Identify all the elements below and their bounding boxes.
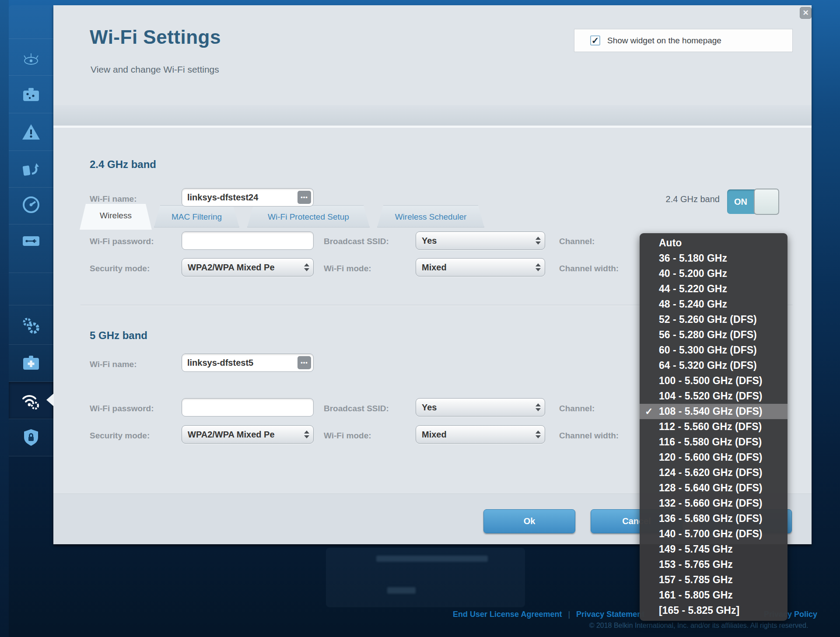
sidebar-separator xyxy=(9,38,53,39)
security-mode-select-5[interactable]: WPA2/WPA Mixed Pe xyxy=(182,425,314,444)
stepper-arrows-icon xyxy=(536,430,541,438)
channel-option[interactable]: 128 - 5.640 GHz (DFS) xyxy=(640,480,788,496)
broadcast-ssid-select-24[interactable]: Yes xyxy=(416,231,545,250)
channel-option[interactable]: 136 - 5.680 GHz (DFS) xyxy=(640,511,788,526)
sidebar-item-troubleshooting[interactable] xyxy=(9,345,53,382)
connectivity-gears-icon xyxy=(20,315,42,337)
wifi-mode-label-5: Wi-Fi mode: xyxy=(324,431,371,441)
tab-wi-fi-protected-setup[interactable]: Wi-Fi Protected Setup xyxy=(247,205,370,228)
channel-option[interactable]: 116 - 5.580 GHz (DFS) xyxy=(640,434,788,450)
show-widget-checkbox[interactable]: ✓ xyxy=(590,35,600,46)
broadcast-ssid-select-5[interactable]: Yes xyxy=(416,398,545,416)
media-prioritization-icon xyxy=(20,158,42,181)
tab-bar: WirelessMAC FilteringWi-Fi Protected Set… xyxy=(53,105,812,128)
sidebar-separator xyxy=(9,273,53,273)
eula-link[interactable]: End User License Agreement xyxy=(453,610,562,619)
channel-option[interactable]: 161 - 5.805 GHz xyxy=(640,588,788,603)
channel-option[interactable]: 60 - 5.300 GHz (DFS) xyxy=(640,343,788,358)
security-mode-select-24[interactable]: WPA2/WPA Mixed Pe xyxy=(182,258,314,276)
broadcast-ssid-value-5: Yes xyxy=(422,399,531,416)
security-mode-value-24: WPA2/WPA Mixed Pe xyxy=(188,259,299,276)
channel-option[interactable]: [165 - 5.825 GHz] xyxy=(640,603,788,618)
broadcast-ssid-label-5: Broadcast SSID: xyxy=(324,404,389,413)
channel-option[interactable]: 36 - 5.180 GHz xyxy=(640,251,788,266)
sidebar-item-devices[interactable] xyxy=(9,77,53,113)
wifi-name-field-24[interactable]: ••• xyxy=(182,188,314,206)
channel-option[interactable]: Auto xyxy=(640,235,788,251)
page-subtitle: View and change Wi-Fi settings xyxy=(91,64,219,75)
wifi-name-field-5[interactable]: ••• xyxy=(182,354,314,372)
band-toggle-24[interactable]: ON xyxy=(727,189,778,214)
channel-option[interactable]: 44 - 5.220 GHz xyxy=(640,281,788,297)
wifi-mode-value-5: Mixed xyxy=(422,426,531,443)
channel-option[interactable]: 153 - 5.765 GHz xyxy=(640,557,788,572)
channel-option[interactable]: 140 - 5.700 GHz (DFS) xyxy=(640,526,788,542)
channel-option[interactable]: 64 - 5.320 GHz (DFS) xyxy=(640,358,788,373)
channel-width-label-5: Channel width: xyxy=(559,431,619,441)
stepper-arrows-icon xyxy=(536,403,541,411)
wifi-mode-value-24: Mixed xyxy=(422,259,531,276)
show-widget-option[interactable]: ✓ Show widget on the homepage xyxy=(574,29,793,52)
tab-wireless-scheduler[interactable]: Wireless Scheduler xyxy=(377,205,484,228)
privacy-statement-link[interactable]: Privacy Statement xyxy=(576,610,644,619)
left-edge-strip xyxy=(0,0,9,637)
stepper-arrows-icon xyxy=(304,430,309,438)
wifi-name-label-24: Wi-Fi name: xyxy=(90,194,137,204)
toggle-knob[interactable] xyxy=(754,189,779,215)
sidebar-item-media-prioritization[interactable] xyxy=(9,151,53,188)
section-title-24ghz: 2.4 GHz band xyxy=(90,158,156,171)
active-item-pointer xyxy=(46,393,54,406)
sidebar-item-network-map[interactable] xyxy=(9,39,53,76)
wifi-password-field-5[interactable] xyxy=(182,398,314,416)
parental-controls-icon xyxy=(20,121,42,144)
wifi-password-input-5[interactable] xyxy=(182,399,313,416)
wifi-mode-select-5[interactable]: Mixed xyxy=(416,425,545,444)
ellipsis-button-icon[interactable]: ••• xyxy=(298,191,311,204)
wifi-password-label-24: Wi-Fi password: xyxy=(90,237,154,246)
channel-option[interactable]: 56 - 5.280 GHz (DFS) xyxy=(640,327,788,343)
tab-mac-filtering[interactable]: MAC Filtering xyxy=(154,205,239,228)
channel-option[interactable]: 104 - 5.520 GHz (DFS) xyxy=(640,388,788,404)
channel-option[interactable]: 120 - 5.600 GHz (DFS) xyxy=(640,450,788,465)
tab-wireless[interactable]: Wireless xyxy=(80,204,152,230)
sidebar-item-parental-controls[interactable] xyxy=(9,114,53,150)
sidebar-separator xyxy=(9,456,53,456)
channel-option[interactable]: 112 - 5.560 GHz (DFS) xyxy=(640,419,788,434)
selected-check-icon: ✓ xyxy=(645,404,653,419)
ok-button[interactable]: Ok xyxy=(483,509,575,533)
channel-option[interactable]: 149 - 5.745 GHz xyxy=(640,542,788,557)
troubleshooting-icon xyxy=(20,352,42,374)
toggle-on-text: ON xyxy=(727,189,754,214)
channel-option[interactable]: 48 - 5.240 GHz xyxy=(640,297,788,312)
channel-option[interactable]: 124 - 5.620 GHz (DFS) xyxy=(640,465,788,480)
wifi-name-input-24[interactable] xyxy=(182,189,313,206)
sidebar-item-connectivity-gears[interactable] xyxy=(9,308,53,344)
speed-test-icon xyxy=(20,193,42,216)
link-separator: | xyxy=(568,610,570,619)
channel-option[interactable]: 100 - 5.500 GHz (DFS) xyxy=(640,373,788,388)
broadcast-ssid-label-24: Broadcast SSID: xyxy=(324,237,389,246)
channel-label-24: Channel: xyxy=(559,237,595,246)
sidebar-item-speed-test[interactable] xyxy=(9,186,53,223)
channel-width-label-24: Channel width: xyxy=(559,264,619,273)
band-toggle-label-24: 2.4 GHz band xyxy=(632,194,720,204)
security-mode-label-5: Security mode: xyxy=(90,431,150,441)
sidebar-item-external-storage[interactable] xyxy=(9,223,53,259)
devices-icon xyxy=(20,84,42,106)
wireless-gear-icon xyxy=(20,389,42,412)
ellipsis-button-icon[interactable]: ••• xyxy=(298,356,311,369)
channel-option[interactable]: 132 - 5.660 GHz (DFS) xyxy=(640,496,788,511)
page-background: Wi-Fi Settings View and change Wi-Fi set… xyxy=(0,0,840,637)
dimmed-refresh-text xyxy=(387,587,416,594)
security-mode-value-5: WPA2/WPA Mixed Pe xyxy=(188,426,299,443)
channel-option[interactable]: 40 - 5.200 GHz xyxy=(640,266,788,281)
channel-option[interactable]: 52 - 5.260 GHz (DFS) xyxy=(640,312,788,327)
wifi-name-input-5[interactable] xyxy=(182,354,313,371)
wifi-password-input-24[interactable] xyxy=(182,232,313,249)
wifi-password-field-24[interactable] xyxy=(182,231,314,250)
sidebar-item-security-shield[interactable] xyxy=(9,419,53,456)
wifi-mode-select-24[interactable]: Mixed xyxy=(416,258,545,276)
channel-option[interactable]: 157 - 5.785 GHz xyxy=(640,572,788,588)
close-icon[interactable]: ✕ xyxy=(800,7,812,19)
channel-option[interactable]: ✓108 - 5.540 GHz (DFS) xyxy=(640,404,788,419)
